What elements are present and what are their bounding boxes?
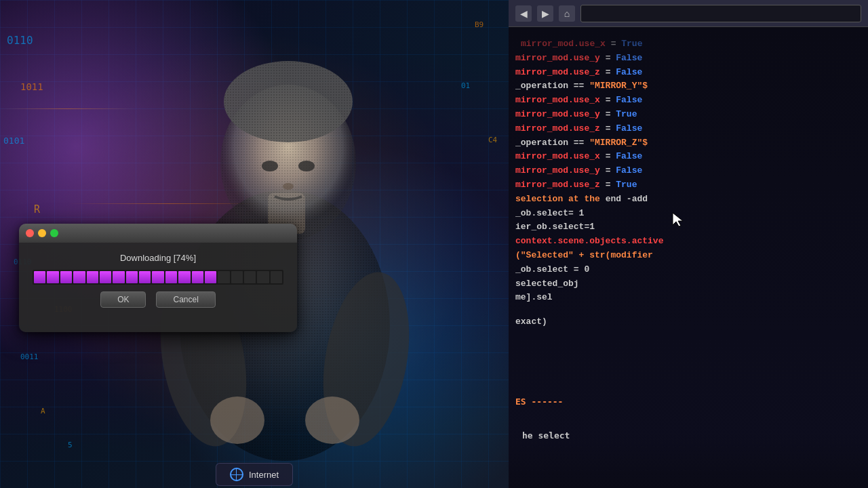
code-line-6: mirror_mod.use_z = False	[515, 122, 861, 136]
progress-seg-15	[218, 271, 229, 283]
progress-seg-12	[178, 271, 190, 283]
svg-point-15	[305, 396, 359, 444]
code-content: mirror_mod.use_x = True mirror_mod.use_y…	[509, 27, 868, 340]
svg-point-14	[210, 396, 264, 444]
progress-seg-2	[47, 271, 58, 283]
globe-vertical-line	[236, 469, 237, 480]
progress-seg-17	[244, 271, 256, 283]
svg-point-11	[283, 183, 294, 190]
home-button[interactable]: ⌂	[559, 5, 575, 22]
progress-bar	[33, 270, 283, 285]
code-line-9: mirror_mod.use_y = False	[515, 164, 861, 178]
taskbar: Internet	[0, 461, 509, 488]
code-line-12: ier_ob.select=1	[515, 220, 861, 235]
progress-seg-18	[257, 271, 269, 283]
globe-icon	[230, 468, 243, 481]
mouse-cursor	[671, 211, 685, 230]
svg-point-8	[224, 61, 353, 142]
code-line-13: context.scene.objects.active	[515, 235, 861, 249]
code-line-3: _operation == "MIRROR_Y"$	[515, 79, 861, 94]
progress-seg-11	[165, 271, 177, 283]
progress-seg-5	[87, 271, 98, 283]
internet-label: Internet	[249, 470, 279, 480]
svg-marker-16	[673, 213, 683, 226]
code-view: mirror_mod.use_x = True mirror_mod.use_y…	[509, 27, 868, 488]
progress-seg-8	[126, 271, 138, 283]
code-line-14: ("Selected" + str(modifier	[515, 249, 861, 263]
svg-point-10	[298, 161, 315, 171]
ok-button[interactable]: OK	[100, 291, 146, 308]
code-bottom-section: ES ------	[515, 396, 563, 407]
progress-seg-3	[60, 271, 72, 283]
internet-button[interactable]: Internet	[216, 463, 293, 486]
code-line-selection: ​selection at the end -add	[515, 192, 861, 207]
svg-point-9	[262, 161, 278, 171]
progress-seg-7	[113, 271, 124, 283]
code-line-10: mirror_mod.use_z = True	[515, 178, 861, 192]
code-line-11: _ob.select= 1	[515, 207, 861, 221]
code-line-18: exact)	[515, 315, 861, 329]
progress-seg-13	[192, 271, 203, 283]
progress-seg-19	[271, 271, 282, 283]
progress-seg-14	[205, 271, 216, 283]
dialog-titlebar	[19, 224, 297, 243]
back-button[interactable]: ◀	[515, 5, 532, 22]
code-line-15: _ob.select = 0	[515, 263, 861, 277]
cancel-button[interactable]: Cancel	[156, 291, 215, 308]
address-bar[interactable]	[580, 5, 861, 22]
code-line-7: _operation == "MIRROR_Z"$	[515, 136, 861, 150]
dialog-title: Downloading [74%]	[33, 253, 283, 263]
code-line-5: mirror_mod.use_y = True	[515, 108, 861, 122]
progress-seg-10	[152, 271, 163, 283]
progress-seg-9	[139, 271, 151, 283]
progress-seg-16	[231, 271, 243, 283]
minimize-traffic-light[interactable]	[38, 229, 46, 237]
progress-seg-4	[73, 271, 85, 283]
dialog-buttons: OK Cancel	[33, 291, 283, 308]
browser-panel: ◀ ▶ ⌂ mirror_mod.use_x = True mirror_mod…	[509, 0, 868, 488]
code-blur-bottom	[509, 434, 868, 488]
forward-button[interactable]: ▶	[537, 5, 553, 22]
browser-toolbar: ◀ ▶ ⌂	[509, 0, 868, 27]
code-line-8: mirror_mod.use_x = False	[515, 150, 861, 164]
code-blur-top	[509, 27, 868, 68]
close-traffic-light[interactable]	[26, 229, 34, 237]
code-line-17: me].sel	[515, 291, 861, 305]
progress-seg-1	[34, 271, 45, 283]
code-line-4: mirror_mod.use_x = False	[515, 94, 861, 108]
dialog-body: Downloading [74%] OK Cancel	[19, 243, 297, 332]
progress-seg-6	[100, 271, 111, 283]
code-line-16: selected_obj	[515, 277, 861, 291]
download-dialog: Downloading [74%] OK Cancel	[19, 224, 297, 332]
maximize-traffic-light[interactable]	[50, 229, 58, 237]
